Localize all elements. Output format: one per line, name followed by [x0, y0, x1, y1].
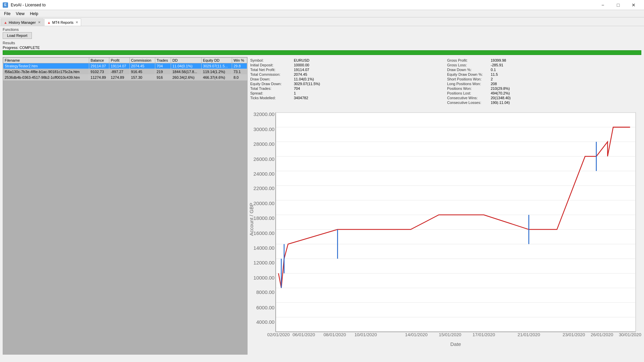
- tab-history-manager-label: History Manager: [9, 20, 36, 24]
- col-trades: Trades: [155, 58, 171, 63]
- stat-row: Equity Draw Down %:11.5: [447, 72, 639, 76]
- functions-label: Functions: [3, 27, 641, 32]
- table-cell: 9102.73: [89, 69, 109, 75]
- col-commission: Commission: [129, 58, 155, 63]
- menu-view[interactable]: View: [13, 11, 27, 17]
- table-cell: 19114.07: [109, 63, 129, 69]
- stat-label: Gross Profit:: [447, 58, 491, 62]
- svg-text:26/01/2020: 26/01/2020: [591, 332, 613, 337]
- table-row[interactable]: StrategyTester2.htm29114.0719114.072074.…: [3, 63, 247, 69]
- stat-row: Total Commission:2074.45: [250, 72, 442, 76]
- stat-value: 190(-11.04): [491, 101, 510, 105]
- svg-text:32000.00: 32000.00: [254, 111, 275, 117]
- stat-value: 494(70.2%): [491, 91, 510, 95]
- stat-value: 0.1: [491, 68, 496, 72]
- stat-label: Draw Down:: [250, 77, 294, 81]
- stat-label: Equity Draw Down:: [250, 82, 294, 86]
- stat-row: Ticks Modelled:3404782: [250, 96, 442, 100]
- table-cell: 1844.56(17.8...: [171, 69, 201, 75]
- svg-text:18000.00: 18000.00: [254, 215, 275, 221]
- svg-text:10/01/2020: 10/01/2020: [355, 332, 377, 337]
- table-cell: 2074.45: [129, 63, 155, 69]
- table-row[interactable]: 2536db4b-0363-4517-98b2-1cff0010c439.htm…: [3, 75, 247, 80]
- stat-value: 20(1348.40): [491, 96, 511, 100]
- table-cell: 466.37(4.6%): [202, 75, 232, 80]
- stat-label: Positions Lost:: [447, 91, 491, 95]
- stat-row: Consecutive Losses:190(-11.04): [447, 101, 639, 105]
- table-cell: 2536db4b-0363-4517-98b2-1cff0010c439.htm: [3, 75, 89, 80]
- menu-file[interactable]: File: [1, 11, 13, 17]
- maximize-button[interactable]: □: [610, 0, 626, 10]
- stat-label: Total Commission:: [250, 72, 294, 76]
- tab-history-manager-close[interactable]: ✕: [38, 20, 41, 24]
- stat-row: Gross Profit:19399.98: [447, 58, 639, 62]
- svg-text:22000.00: 22000.00: [254, 185, 275, 191]
- col-filename: Filename: [3, 58, 89, 63]
- svg-text:Date: Date: [450, 341, 461, 347]
- data-area: Filename Balance Profit Commission Trade…: [3, 57, 641, 355]
- col-profit: Profit: [109, 58, 129, 63]
- title-bar: E EvoAI - Licensed to − □ ✕: [0, 0, 644, 10]
- chart-container: 32000.00 30000.00 28000.00 26000.00 2400…: [248, 107, 641, 355]
- stat-row: Total Trades:704: [250, 86, 442, 90]
- stat-value: 11.5: [491, 72, 498, 76]
- stat-value: 1: [294, 91, 296, 95]
- table-cell: 916: [155, 75, 171, 80]
- app-title: EvoAI - Licensed to: [11, 3, 46, 7]
- col-balance: Balance: [89, 58, 109, 63]
- svg-text:20000.00: 20000.00: [254, 200, 275, 206]
- svg-text:6000.00: 6000.00: [256, 305, 275, 310]
- svg-text:30000.00: 30000.00: [254, 126, 275, 132]
- svg-text:08/01/2020: 08/01/2020: [323, 332, 346, 337]
- stat-value: 704: [294, 86, 300, 90]
- svg-text:12000.00: 12000.00: [254, 260, 275, 265]
- stats-area: Symbol:EURUSDInitial Deposit:10000.00Tot…: [248, 57, 641, 107]
- table-cell: 3029.07(11.5...: [202, 63, 232, 69]
- stat-label: Consecutive Wins:: [447, 96, 491, 100]
- stat-value: 11.04(0.1%): [294, 77, 314, 81]
- table-cell: 119.14(1.2%): [202, 69, 232, 75]
- stat-label: Initial Deposit:: [250, 63, 294, 67]
- svg-text:02/01/2020: 02/01/2020: [267, 332, 290, 337]
- load-report-button[interactable]: Load Report: [3, 32, 32, 39]
- stat-value: 2074.45: [294, 72, 307, 76]
- table-cell: 29.8: [232, 63, 247, 69]
- tab-history-manager[interactable]: ▲ History Manager ✕: [1, 18, 44, 26]
- progress-bar: [3, 50, 641, 55]
- table-cell: 704: [155, 63, 171, 69]
- results-section: Results Progress: COMPLETE: [3, 41, 641, 55]
- stat-label: Long Positions Won:: [447, 82, 491, 86]
- stat-row: Gross Loss:-285.91: [447, 63, 639, 67]
- tab-mt4-reports[interactable]: ▲ MT4 Reports ✕: [44, 18, 81, 26]
- close-button[interactable]: ✕: [626, 0, 641, 10]
- minimize-button[interactable]: −: [595, 0, 610, 10]
- table-cell: 219: [155, 69, 171, 75]
- progress-label: Progress: COMPLETE: [3, 46, 641, 50]
- stat-label: Ticks Modelled:: [250, 96, 294, 100]
- table-row[interactable]: f56a130c-7b3e-4f8e-b1ac-90181c175c2a.htm…: [3, 69, 247, 75]
- col-dd: DD: [171, 58, 201, 63]
- tab-mt4-reports-close[interactable]: ✕: [75, 20, 78, 24]
- menu-help[interactable]: Help: [27, 11, 41, 17]
- table-cell: 1274.89: [109, 75, 129, 80]
- svg-text:21/01/2020: 21/01/2020: [518, 332, 540, 337]
- table-cell: 157.30: [129, 75, 155, 80]
- equity-chart: 32000.00 30000.00 28000.00 26000.00 2400…: [248, 107, 641, 355]
- stat-label: Gross Loss:: [447, 63, 491, 67]
- mt4-reports-tab-icon: ▲: [47, 20, 51, 24]
- app-icon: E: [3, 2, 8, 8]
- svg-text:30/01/2020: 30/01/2020: [619, 332, 641, 337]
- col-win-pct: Win %: [232, 58, 247, 63]
- svg-text:Account / GBP: Account / GBP: [249, 203, 254, 236]
- svg-text:28000.00: 28000.00: [254, 141, 275, 147]
- svg-text:26000.00: 26000.00: [254, 156, 275, 162]
- stat-row: Initial Deposit:10000.00: [250, 63, 442, 67]
- table-cell: 260.34(2.6%): [171, 75, 201, 80]
- stat-value: 210(29.8%): [491, 86, 510, 90]
- svg-text:06/01/2020: 06/01/2020: [292, 332, 315, 337]
- stat-row: Consecutive Wins:20(1348.40): [447, 96, 639, 100]
- stat-row: Short Positions Won:2: [447, 77, 639, 81]
- file-table: Filename Balance Profit Commission Trade…: [3, 57, 247, 80]
- svg-text:10000.00: 10000.00: [254, 275, 275, 281]
- svg-rect-0: [276, 113, 636, 332]
